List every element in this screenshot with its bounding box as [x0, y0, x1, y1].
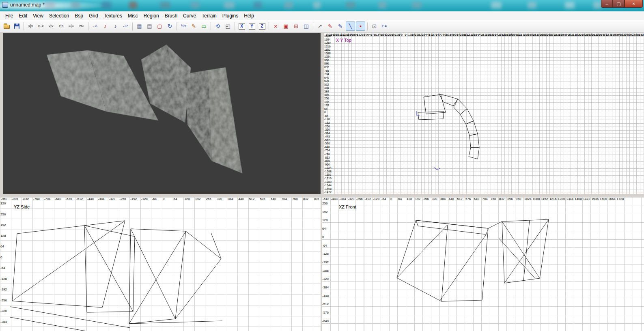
wireframe-layer-yz	[0, 197, 321, 331]
ruler-tick: 704	[324, 73, 329, 75]
rotate-x-button[interactable]: z|s	[56, 21, 66, 31]
blur-icon-decoration	[45, 2, 55, 9]
ruler-tick: 1344	[324, 38, 331, 41]
textured-brush-face	[208, 67, 242, 173]
ruler-tick: 64	[0, 245, 4, 248]
entity-arrow-button[interactable]: ↗	[315, 21, 325, 31]
viewport-3d-textured[interactable]	[3, 33, 321, 194]
ruler-tick: -1024	[324, 166, 332, 169]
line-tool-button[interactable]: ╲	[346, 21, 355, 31]
ruler-tick: 384	[228, 198, 233, 201]
open-map-button[interactable]	[2, 21, 11, 31]
menu-bsp[interactable]: Bsp	[72, 12, 86, 20]
entity-arrow-icon: ↗	[318, 24, 322, 29]
ruler-tick: 704	[482, 198, 487, 201]
selection-rect-button[interactable]: ▭	[199, 21, 209, 31]
scale-half-y-button[interactable]: ½Y	[179, 21, 188, 31]
vertex-edit-button[interactable]: ▪	[356, 21, 365, 31]
ruler-tick: -128	[141, 198, 148, 201]
ruler-tick: 4416	[641, 33, 644, 36]
app-icon	[2, 2, 8, 8]
ruler-tick: -640	[55, 198, 61, 201]
zoom-window-button[interactable]: ◰	[223, 21, 233, 31]
flip-z-button[interactable]: v|v	[46, 21, 56, 31]
pan-view-button[interactable]: ⟲	[213, 21, 222, 31]
ruler-tick: 1216	[549, 198, 557, 201]
grid-toggle-button[interactable]: ▦	[135, 21, 144, 31]
menu-edit[interactable]: Edit	[16, 12, 30, 20]
blur-icon-decoration	[565, 2, 575, 9]
menu-plugins[interactable]: Plugins	[220, 12, 241, 20]
flip-y-button[interactable]: x–x	[36, 21, 45, 31]
menu-curve[interactable]: Curve	[180, 12, 199, 20]
wireframe-brush	[12, 221, 125, 307]
axis-y-button[interactable]: Y	[247, 21, 256, 31]
menu-region[interactable]: Region	[141, 12, 162, 20]
ruler-tick: -384	[339, 198, 346, 201]
axis-z-button[interactable]: Z	[257, 21, 267, 31]
wireframe-brush	[131, 229, 175, 319]
texture-browser-button[interactable]: ◫	[302, 21, 311, 31]
path-tool-button[interactable]: ✎	[325, 21, 335, 31]
ruler-tick: 256	[206, 198, 211, 201]
minimize-button[interactable]: –	[601, 0, 613, 8]
csg-subtract-button[interactable]: ×	[271, 21, 280, 31]
save-map-button[interactable]	[12, 21, 22, 31]
menu-terrain[interactable]: Terrain	[199, 12, 220, 20]
window-controls: – ▢ ×	[601, 0, 643, 8]
entity-report-button[interactable]: E≡	[380, 21, 389, 31]
menu-selection[interactable]: Selection	[46, 12, 72, 20]
viewport-yz-side[interactable]: -960-896-832-768-704-640-576-512-448-384…	[0, 197, 321, 331]
resize-brush-button[interactable]: ⊡	[370, 21, 379, 31]
ruler-tick: -256	[324, 125, 330, 128]
flag-p-button[interactable]: ⌐P	[121, 21, 130, 31]
close-button[interactable]: ×	[625, 0, 643, 8]
ruler-tick: 192	[415, 198, 420, 201]
viewport-xz-front[interactable]: -512-448-384-320-256-192-128-64064128192…	[322, 197, 644, 331]
toolbar-separator	[132, 22, 133, 30]
menu-help[interactable]: Help	[241, 12, 257, 20]
menu-textures[interactable]: Textures	[101, 12, 125, 20]
wireframe-brush	[416, 220, 488, 234]
wireframe-brush	[84, 226, 133, 312]
wireframe-brush	[10, 307, 130, 328]
ruler-tick: 1280	[324, 41, 331, 44]
edit-wand-button[interactable]: ✎	[189, 21, 198, 31]
wireframe-brush	[129, 231, 186, 324]
flag-a-button[interactable]: ⌐A	[90, 21, 100, 31]
textured-brushes-layer	[3, 33, 321, 194]
toolbar-separator	[24, 22, 24, 30]
face-select-button[interactable]: ▣	[281, 21, 291, 31]
ruler-tick: 768	[292, 198, 297, 201]
wireframe-brush	[12, 221, 125, 301]
ruler-tick: -960	[324, 163, 330, 166]
texture-note-red-button[interactable]: ♪	[101, 21, 110, 31]
ruler-tick: 768	[491, 198, 496, 201]
ruler-tick: -768	[324, 153, 330, 155]
texture-note-blue-button[interactable]: ♪	[111, 21, 120, 31]
menu-brush[interactable]: Brush	[162, 12, 180, 20]
rotate-view-button[interactable]: ↻	[165, 21, 174, 31]
pan-view-icon: ⟲	[215, 24, 220, 29]
layer-stack-button[interactable]: ⊞	[291, 21, 301, 31]
ruler-tick: -640	[324, 146, 330, 148]
maximize-button[interactable]: ▢	[613, 0, 625, 8]
viewport-xy-top[interactable]: -1408-1344-1280-1216-1152-1088-1024-960-…	[324, 33, 644, 194]
paste-special-button[interactable]: ▢	[155, 21, 164, 31]
pen-tool-button[interactable]: ✎	[336, 21, 345, 31]
copy-brush-button[interactable]: ▤	[145, 21, 154, 31]
menu-misc[interactable]: Misc	[125, 12, 141, 20]
menu-view[interactable]: View	[30, 12, 46, 20]
ruler-tick: -64	[324, 114, 328, 117]
rotate-z-button[interactable]: zN	[77, 21, 86, 31]
menu-grid[interactable]: Grid	[86, 12, 101, 20]
save-map-icon	[14, 24, 19, 29]
rotate-y-button[interactable]: =|=	[67, 21, 76, 31]
flip-x-button[interactable]: x|x	[26, 21, 35, 31]
menu-file[interactable]: File	[2, 12, 16, 20]
axis-x-button[interactable]: X	[237, 21, 246, 31]
ruler-tick: 640	[474, 198, 479, 201]
ruler-tick: 576	[324, 80, 329, 82]
texture-note-red-icon: ♪	[104, 24, 107, 29]
texture-note-blue-icon: ♪	[114, 24, 117, 29]
